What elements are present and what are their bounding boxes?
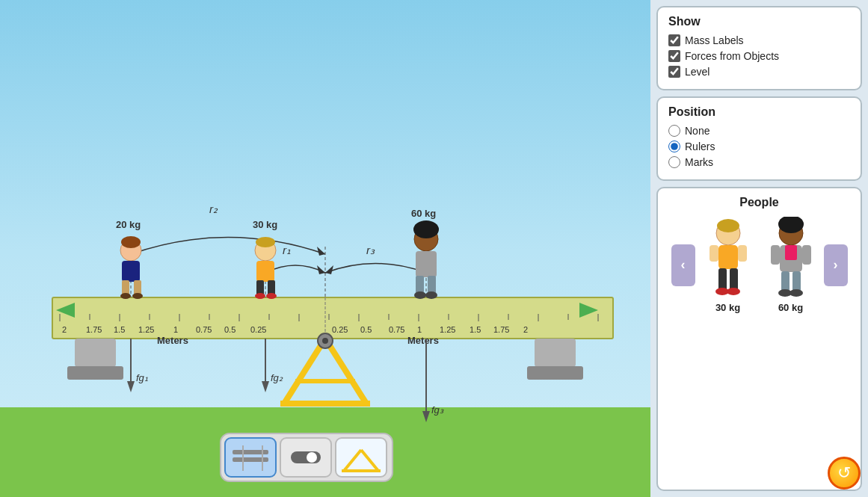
reload-button[interactable]: ↺ — [828, 457, 861, 490]
svg-rect-114 — [738, 245, 747, 262]
svg-text:1.25: 1.25 — [440, 325, 455, 334]
svg-point-91 — [413, 220, 439, 238]
svg-point-128 — [789, 289, 803, 297]
svg-rect-115 — [718, 268, 727, 291]
svg-rect-113 — [710, 245, 718, 262]
svg-text:0.25: 0.25 — [250, 325, 266, 334]
svg-text:1.5: 1.5 — [470, 325, 481, 334]
svg-text:r₁: r₁ — [283, 244, 291, 256]
svg-rect-92 — [416, 251, 437, 277]
svg-point-111 — [717, 219, 739, 232]
reload-icon: ↺ — [837, 463, 851, 483]
svg-text:0.5: 0.5 — [224, 325, 236, 334]
svg-rect-123 — [771, 245, 780, 265]
rulers-row: Rulers — [668, 141, 850, 152]
none-label: None — [685, 125, 710, 137]
mass-labels-label: Mass Labels — [685, 34, 744, 46]
svg-point-75 — [121, 236, 141, 248]
svg-rect-42 — [527, 366, 583, 380]
svg-text:0.75: 0.75 — [389, 325, 404, 334]
svg-point-83 — [256, 237, 275, 247]
level-checkbox[interactable] — [668, 66, 680, 78]
level-row: Level — [668, 66, 850, 78]
svg-text:30 kg: 30 kg — [253, 219, 277, 230]
show-panel: Show Mass Labels Forces from Objects Lev… — [656, 6, 862, 90]
svg-rect-76 — [122, 261, 140, 282]
svg-point-79 — [120, 293, 131, 299]
svg-marker-68 — [317, 265, 325, 274]
mass-labels-checkbox[interactable] — [668, 34, 680, 46]
svg-marker-58 — [422, 411, 430, 422]
svg-rect-126 — [792, 271, 801, 292]
forces-row: Forces from Objects — [668, 50, 850, 62]
position-title: Position — [668, 105, 850, 119]
svg-point-48 — [322, 338, 328, 344]
forces-checkbox[interactable] — [668, 50, 680, 62]
svg-text:r₃: r₃ — [366, 244, 375, 256]
svg-point-95 — [414, 291, 426, 299]
people-panel: People ‹ — [656, 187, 862, 491]
position-panel: Position None Rulers Marks — [656, 96, 862, 181]
svg-text:Meters: Meters — [157, 335, 188, 346]
svg-text:2: 2 — [523, 325, 528, 334]
svg-rect-124 — [802, 245, 811, 265]
svg-text:0.5: 0.5 — [360, 325, 372, 334]
forces-label: Forces from Objects — [685, 50, 779, 62]
svg-text:1.75: 1.75 — [86, 325, 102, 334]
svg-rect-125 — [781, 271, 789, 292]
person-30kg-label: 30 kg — [715, 302, 740, 313]
prev-person-button[interactable]: ‹ — [671, 244, 695, 286]
svg-text:fg₁: fg₁ — [136, 372, 148, 383]
svg-text:r₂: r₂ — [209, 203, 218, 215]
svg-rect-84 — [256, 261, 274, 282]
svg-text:Meters: Meters — [407, 335, 439, 346]
marks-label: Marks — [685, 156, 713, 168]
svg-text:0.75: 0.75 — [196, 325, 212, 334]
svg-text:fg₂: fg₂ — [271, 372, 283, 383]
svg-text:60 kg: 60 kg — [411, 208, 436, 219]
svg-rect-40 — [67, 366, 123, 380]
svg-point-118 — [727, 288, 740, 295]
people-carousel: ‹ — [664, 217, 855, 313]
svg-line-44 — [325, 339, 366, 404]
svg-text:2: 2 — [62, 325, 67, 334]
svg-text:1.5: 1.5 — [114, 325, 125, 334]
svg-rect-116 — [730, 268, 738, 291]
svg-text:1: 1 — [417, 325, 422, 334]
mass-labels-row: Mass Labels — [668, 34, 850, 46]
svg-rect-112 — [718, 245, 738, 269]
people-title: People — [664, 196, 855, 209]
marks-row: Marks — [668, 156, 850, 168]
svg-marker-70 — [325, 265, 333, 274]
svg-text:fg₃: fg₃ — [431, 404, 444, 416]
svg-rect-122 — [785, 245, 797, 260]
svg-rect-39 — [75, 339, 116, 367]
rulers-radio[interactable] — [668, 141, 680, 152]
svg-text:20 kg: 20 kg — [116, 219, 141, 230]
main-scene: 2 1.75 1.5 1.25 1 0.75 0.5 0.25 0.25 0.5… — [0, 0, 650, 497]
none-row: None — [668, 125, 850, 137]
svg-marker-61 — [317, 247, 325, 256]
svg-point-87 — [255, 293, 265, 299]
svg-point-96 — [425, 291, 437, 299]
person-60kg-figure — [765, 217, 817, 299]
svg-marker-55 — [262, 381, 269, 392]
show-title: Show — [668, 15, 850, 28]
svg-line-43 — [284, 339, 325, 404]
level-label: Level — [685, 66, 710, 78]
svg-point-105 — [307, 452, 317, 463]
person-30kg: 30 kg — [698, 217, 758, 313]
svg-rect-41 — [535, 339, 576, 367]
marks-radio[interactable] — [668, 156, 680, 168]
person-60kg: 60 kg — [761, 217, 821, 313]
svg-text:1.75: 1.75 — [493, 325, 509, 334]
svg-text:1.25: 1.25 — [138, 325, 154, 334]
person-30kg-figure — [702, 217, 754, 299]
svg-point-88 — [266, 293, 277, 299]
next-person-button[interactable]: › — [824, 244, 848, 286]
right-panel: Show Mass Labels Forces from Objects Lev… — [650, 0, 868, 497]
svg-point-80 — [132, 293, 143, 299]
svg-marker-52 — [127, 381, 135, 392]
none-radio[interactable] — [668, 125, 680, 137]
rulers-label: Rulers — [685, 141, 715, 152]
